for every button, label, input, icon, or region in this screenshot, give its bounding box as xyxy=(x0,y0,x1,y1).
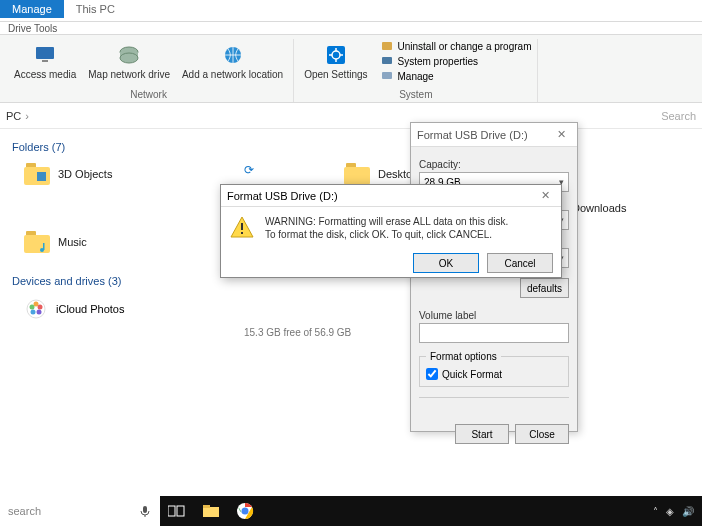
taskbar-search[interactable]: search xyxy=(0,496,160,526)
svg-rect-14 xyxy=(382,57,392,64)
microphone-icon[interactable] xyxy=(138,504,152,518)
start-button[interactable]: Start xyxy=(455,424,509,444)
ribbon: Access media Map network drive Add a net… xyxy=(0,35,702,103)
svg-rect-25 xyxy=(241,223,243,230)
globe-icon xyxy=(221,43,245,67)
close-icon[interactable]: ✕ xyxy=(551,128,571,141)
system-icon xyxy=(380,54,394,68)
warning-icon xyxy=(229,215,255,241)
svg-rect-30 xyxy=(203,507,219,517)
svg-rect-28 xyxy=(168,506,175,516)
svg-point-24 xyxy=(30,305,35,310)
ribbon-open-settings[interactable]: Open Settings xyxy=(300,39,371,83)
subtab-drivetools: Drive Tools xyxy=(0,22,702,35)
ok-button[interactable]: OK xyxy=(413,253,479,273)
volume-label-label: Volume label xyxy=(419,310,569,321)
tray-network-icon[interactable]: ◈ xyxy=(666,506,674,517)
svg-rect-26 xyxy=(241,232,243,234)
drive-icon xyxy=(117,43,141,67)
svg-rect-15 xyxy=(382,72,392,79)
chevron-right-icon: › xyxy=(25,110,29,122)
ribbon-sysprops[interactable]: System properties xyxy=(380,54,532,68)
svg-rect-1 xyxy=(42,60,48,62)
svg-point-5 xyxy=(120,53,138,63)
restore-defaults-button[interactable]: defaults xyxy=(520,278,569,298)
folder-3d-objects[interactable]: 3D Objects xyxy=(24,163,164,185)
svg-rect-0 xyxy=(36,47,54,59)
tray-chevron-icon[interactable]: ˄ xyxy=(653,506,658,517)
ribbon-label: Uninstall or change a program xyxy=(398,41,532,52)
svg-point-20 xyxy=(34,302,39,307)
folder-label: 3D Objects xyxy=(58,168,112,180)
taskbar: search ˄ ◈ 🔊 xyxy=(0,496,702,526)
drive-icloud-photos[interactable]: iCloud Photos xyxy=(24,297,678,321)
file-explorer-icon[interactable] xyxy=(194,496,228,526)
ribbon-label: Manage xyxy=(398,71,434,82)
ribbon-label: System properties xyxy=(398,56,479,67)
svg-point-22 xyxy=(37,310,42,315)
close-icon[interactable]: ✕ xyxy=(535,189,555,202)
address-bar[interactable]: PC › Search xyxy=(0,103,702,129)
search-placeholder[interactable]: Search xyxy=(661,110,696,122)
dialog-title: Format USB Drive (D:) xyxy=(417,129,528,141)
svg-rect-31 xyxy=(203,505,210,508)
drive-label: iCloud Photos xyxy=(56,303,125,315)
ribbon-label: Map network drive xyxy=(88,69,170,80)
svg-rect-27 xyxy=(143,506,147,513)
svg-rect-29 xyxy=(177,506,184,516)
task-view-icon[interactable] xyxy=(160,496,194,526)
folder-label: Downloads xyxy=(572,202,626,214)
svg-rect-13 xyxy=(382,42,392,50)
ribbon-map-network[interactable]: Map network drive xyxy=(84,39,174,82)
svg-rect-18 xyxy=(43,243,45,250)
quick-format-input[interactable] xyxy=(426,368,438,380)
ribbon-label: Access media xyxy=(14,69,76,80)
warning-line1: WARNING: Formatting will erase ALL data … xyxy=(265,215,508,228)
warning-line2: To format the disk, click OK. To quit, c… xyxy=(265,228,508,241)
ribbon-group-system: System xyxy=(399,89,432,102)
ribbon-add-network[interactable]: Add a network location xyxy=(178,39,287,82)
ribbon-access-media[interactable]: Access media xyxy=(10,39,80,82)
dialog-title: Format USB Drive (D:) xyxy=(227,190,338,202)
search-label: search xyxy=(8,505,41,517)
warning-dialog: Format USB Drive (D:) ✕ WARNING: Formatt… xyxy=(220,184,562,278)
svg-rect-16 xyxy=(37,172,46,181)
ribbon-label: Open Settings xyxy=(304,69,367,80)
ribbon-uninstall[interactable]: Uninstall or change a program xyxy=(380,39,532,53)
tab-thispc[interactable]: This PC xyxy=(64,0,127,18)
format-dialog-titlebar[interactable]: Format USB Drive (D:) ✕ xyxy=(411,123,577,147)
refresh-icon[interactable]: ⟳ xyxy=(244,163,254,177)
chrome-icon[interactable] xyxy=(228,496,262,526)
quick-format-checkbox[interactable]: Quick Format xyxy=(426,368,562,380)
volume-label-input[interactable] xyxy=(419,323,569,343)
icloud-photos-icon xyxy=(24,297,48,321)
ribbon-label: Add a network location xyxy=(182,69,283,80)
svg-point-21 xyxy=(38,305,43,310)
capacity-label: Capacity: xyxy=(419,159,569,170)
programs-icon xyxy=(380,39,394,53)
tray-volume-icon[interactable]: 🔊 xyxy=(682,506,694,517)
section-folders[interactable]: Folders (7) xyxy=(12,137,690,157)
monitor-icon xyxy=(33,43,57,67)
cube-icon xyxy=(36,171,48,183)
ribbon-manage[interactable]: Manage xyxy=(380,69,532,83)
close-button[interactable]: Close xyxy=(515,424,569,444)
svg-point-23 xyxy=(31,310,36,315)
tab-manage[interactable]: Manage xyxy=(0,0,64,18)
cancel-button[interactable]: Cancel xyxy=(487,253,553,273)
warning-dialog-titlebar[interactable]: Format USB Drive (D:) ✕ xyxy=(221,185,561,207)
quick-format-label: Quick Format xyxy=(442,369,502,380)
ribbon-group-network: Network xyxy=(130,89,167,102)
format-options-legend: Format options xyxy=(426,351,501,362)
folder-label: Music xyxy=(58,236,87,248)
manage-icon xyxy=(380,69,394,83)
svg-point-33 xyxy=(242,508,249,515)
music-note-icon xyxy=(38,241,50,253)
settings-tile-icon xyxy=(324,43,348,67)
breadcrumb-pc[interactable]: PC xyxy=(6,110,21,122)
